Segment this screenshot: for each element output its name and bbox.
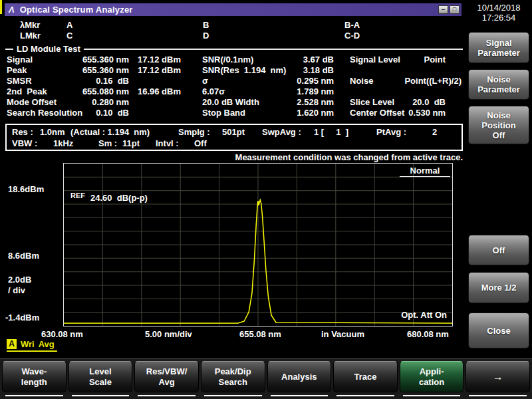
trace-warning-message: Measurement condition was changed from a… [5,152,463,162]
spectrum-trace-plot [64,164,452,326]
meas-empty [129,76,181,86]
datetime-display: 10/14/2018 17:26:54 [467,3,531,23]
y-axis-bottom-label: -1.4dBm [5,313,39,323]
level-marker-label: LMkr [20,31,41,41]
maximize-icon[interactable]: □ [450,5,460,14]
close-button[interactable]: Close [468,313,529,348]
meas-snrres-value: 3.18 dB [287,65,334,76]
y-axis-top-label: 18.6dBm [8,184,44,194]
time-text: 17:26:54 [467,13,531,23]
meas-signal-level: 17.12 dBm [129,55,181,65]
button-label: length [21,377,47,388]
marker-cd-label: C-D [344,31,360,41]
menu-res-vbw-avg-button[interactable]: Res/VBW/ Avg [134,361,199,392]
button-label: Scale [89,377,112,388]
button-label: Appli- [420,366,444,377]
meas-6sigma-value: 1.789 nm [287,86,334,97]
vbw-label: VBW : [12,138,37,148]
minimize-icon[interactable]: – [438,5,448,14]
meas-snrres-label: SNR(Res 1.194 nm) [181,65,287,76]
button-label: Noise [487,110,510,120]
meas-empty [410,65,463,76]
menu-analysis-button[interactable]: Analysis [267,361,332,392]
button-label: More 1/2 [481,283,517,293]
marker-c-label: C [66,31,72,41]
button-label: cation [419,377,444,388]
smoothing-value: 11pt [122,138,140,148]
res-value: 1.0nm [40,127,65,137]
meas-noise-label: Noise [334,76,410,86]
meas-signal-wavelength: 655.360 nm [73,55,129,65]
anritsu-logo-icon: Λ [9,5,15,15]
menu-wavelength-button[interactable]: Wave- length [2,361,66,392]
marker-ba-label: B-A [344,20,360,30]
meas-sigma-value: 0.295 nm [287,76,334,86]
menu-underline [271,395,329,396]
noise-position-button[interactable]: Noise Position Off [468,106,529,144]
sweep-settings-box: Res : 1.0nm (Actual : 1.194 nm) Smplg : … [5,124,463,151]
res-label: Res : [12,127,33,137]
lambda-marker-label: λMkr [20,20,40,30]
menu-trace-button[interactable]: Trace [333,361,398,392]
menu-slot: Level Scale [68,361,133,399]
meas-mode-offset-value: 0.280 nm [73,97,129,108]
groupbox-title: LD Module Test [13,44,84,54]
arrow-right-icon: → [493,372,503,382]
button-label: Signal [485,38,511,48]
meas-snr01nm-value: 3.67 dB [287,55,334,65]
button-label: Search [219,377,247,388]
marker-b-label: B [203,20,209,30]
off-button[interactable]: Off [468,235,529,265]
signal-parameter-button[interactable]: Signal Parameter [468,32,529,63]
menu-application-button[interactable]: Appli- cation [400,361,464,392]
ref-level-label: REF [70,192,85,200]
date-text: 10/14/2018 [467,3,531,13]
button-label: Peak/Dip [215,366,251,377]
screen-corner-marker [0,0,2,14]
menu-underline [336,395,394,396]
button-label: Close [487,326,510,336]
measurement-grid: Signal 655.360 nm 17.12 dBm SNR(/0.1nm) … [5,55,463,118]
optical-attenuator-status: Opt. Att On [401,310,447,320]
more-pages-button[interactable]: More 1/2 [468,272,529,303]
meas-2ndpeak-label: 2nd Peak [5,86,73,97]
meas-snr01nm-label: SNR(/0.1nm) [181,55,287,65]
vbw-value: 1kHz [53,138,73,148]
sampling-value: 501pt [222,127,245,137]
button-label: Off [493,245,505,255]
trace-letter-badge: A [7,339,17,349]
meas-smsr-label: SMSR [5,76,73,86]
meas-empty [129,97,181,108]
y-axis-mid-label: 8.6dBm [8,251,39,261]
meas-slice-level-value: 20.0 dB [410,97,463,108]
noise-parameter-button[interactable]: Noise Parameter [468,69,529,100]
meas-signal-level-mode-value: Point [410,55,463,65]
marker-d-label: D [203,31,209,41]
menu-slot: Res/VBW/ Avg [134,361,199,399]
menu-underline [403,395,461,396]
meas-20db-width-label: 20.0 dB Width [181,97,287,108]
menu-next-page-button[interactable]: → [466,361,530,392]
menu-underline [72,395,130,396]
sampling-label: Smplg : [178,127,210,137]
x-axis-center-label: 655.08 nm [239,329,281,339]
menu-slot: Analysis [267,361,332,399]
button-label: Position [481,120,515,130]
active-trace-indicator: A Wri Avg [7,339,57,352]
sweep-avg-label: SwpAvg : [262,127,301,137]
meas-search-resolution-label: Search Resolution [5,108,73,118]
menu-slot: → [466,361,530,399]
menu-peak-dip-search-button[interactable]: Peak/Dip Search [201,361,265,392]
window-titlebar: Λ Optical Spectrum Analyzer – □ [5,3,462,16]
trace-write-mode: Wri [21,339,35,349]
meas-peak-wavelength: 655.360 nm [73,65,129,76]
trace-avg-mode: Avg [39,339,55,349]
button-label: Res/VBW/ [146,366,187,377]
meas-center-offset-label: Center Offset [334,108,410,118]
meas-stop-band-label: Stop Band [181,108,287,118]
meas-signal-level-mode-label: Signal Level [334,55,410,65]
meas-peak-label: Peak [5,65,73,76]
meas-20db-width-value: 2.528 nm [287,97,334,108]
menu-level-scale-button[interactable]: Level Scale [68,361,133,392]
button-label: Noise [487,74,510,84]
